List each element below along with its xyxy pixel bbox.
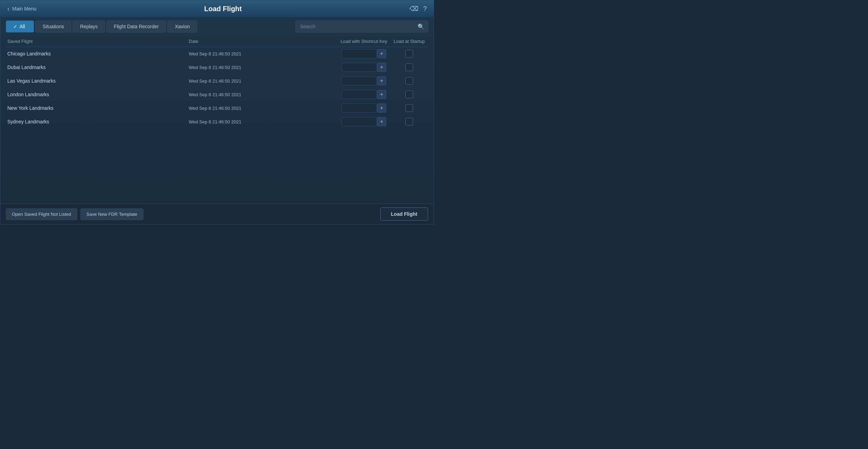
save-fdr-button[interactable]: Save New FDR Template — [81, 208, 143, 220]
shortcut-input[interactable] — [342, 117, 376, 126]
shortcut-input[interactable] — [342, 104, 376, 113]
startup-checkbox[interactable] — [405, 104, 413, 112]
load-flight-button[interactable]: Load Flight — [380, 207, 428, 221]
header-date: Date — [189, 39, 336, 44]
row-shortcut-cell: + — [336, 90, 392, 99]
shortcut-container: + — [342, 76, 386, 85]
shortcut-container: + — [342, 104, 386, 113]
shortcut-container: + — [342, 117, 386, 126]
tab-situations[interactable]: Situations — [35, 21, 71, 32]
row-name: Chicago Landmarks — [7, 51, 189, 56]
startup-checkbox[interactable] — [405, 118, 413, 125]
tab-replays[interactable]: Replays — [73, 21, 105, 32]
shortcut-add-icon[interactable]: + — [377, 104, 386, 113]
row-startup-cell — [392, 91, 427, 98]
help-icon[interactable]: ? — [423, 5, 427, 13]
shortcut-add-icon[interactable]: + — [377, 63, 386, 72]
header-saved-flight: Saved Flight — [7, 39, 189, 44]
row-name: London Landmarks — [7, 92, 189, 97]
back-icon: ‹ — [7, 5, 9, 13]
row-name: Sydney Landmarks — [7, 119, 189, 124]
shortcut-container: + — [342, 49, 386, 58]
row-date: Wed Sep 8 21:46:50 2021 — [189, 92, 336, 97]
tab-all[interactable]: All — [6, 21, 34, 32]
shortcut-input[interactable] — [342, 76, 376, 85]
row-shortcut-cell: + — [336, 63, 392, 72]
search-wrapper: 🔍 — [295, 21, 428, 32]
table-row[interactable]: Chicago Landmarks Wed Sep 8 21:46:50 202… — [6, 47, 428, 61]
page-title: Load Flight — [36, 5, 410, 13]
table-row[interactable]: London Landmarks Wed Sep 8 21:46:50 2021… — [6, 88, 428, 101]
back-nav[interactable]: ‹ Main Menu — [7, 5, 36, 13]
header-shortcut: Load with Shortcut Key — [336, 39, 392, 44]
tab-bar: All Situations Replays Flight Data Recor… — [0, 17, 434, 36]
table-body: Chicago Landmarks Wed Sep 8 21:46:50 202… — [6, 47, 428, 204]
startup-checkbox[interactable] — [405, 63, 413, 71]
row-name: Las Vegas Landmarks — [7, 78, 189, 84]
table-row[interactable]: Sydney Landmarks Wed Sep 8 21:46:50 2021… — [6, 115, 428, 129]
shortcut-add-icon[interactable]: + — [377, 117, 386, 126]
table-row[interactable]: Dubai Landmarks Wed Sep 8 21:46:50 2021 … — [6, 61, 428, 74]
title-bar-actions: ⌫ ? — [410, 5, 427, 13]
tab-fdr[interactable]: Flight Data Recorder — [106, 21, 166, 32]
content-area: Saved Flight Date Load with Shortcut Key… — [0, 36, 434, 204]
row-shortcut-cell: + — [336, 76, 392, 85]
table-header: Saved Flight Date Load with Shortcut Key… — [6, 36, 428, 47]
settings-icon[interactable]: ⌫ — [410, 5, 418, 13]
row-name: New York Landmarks — [7, 105, 189, 111]
shortcut-add-icon[interactable]: + — [377, 90, 386, 99]
row-startup-cell — [392, 77, 427, 85]
shortcut-add-icon[interactable]: + — [377, 49, 386, 58]
shortcut-input[interactable] — [342, 90, 376, 99]
footer: Open Saved Flight Not Listed Save New FD… — [0, 204, 434, 224]
row-shortcut-cell: + — [336, 117, 392, 126]
row-startup-cell — [392, 50, 427, 58]
tab-xavion[interactable]: Xavion — [167, 21, 197, 32]
startup-checkbox[interactable] — [405, 50, 413, 58]
search-icon: 🔍 — [418, 23, 425, 30]
title-bar: ‹ Main Menu Load Flight ⌫ ? — [0, 0, 434, 17]
shortcut-input[interactable] — [342, 49, 376, 58]
open-not-listed-button[interactable]: Open Saved Flight Not Listed — [6, 208, 77, 220]
table-row[interactable]: New York Landmarks Wed Sep 8 21:46:50 20… — [6, 101, 428, 115]
row-shortcut-cell: + — [336, 104, 392, 113]
row-date: Wed Sep 8 21:46:50 2021 — [189, 119, 336, 124]
startup-checkbox[interactable] — [405, 91, 413, 98]
shortcut-add-icon[interactable]: + — [377, 76, 386, 85]
back-label: Main Menu — [12, 6, 36, 12]
row-date: Wed Sep 8 21:46:50 2021 — [189, 78, 336, 84]
table-row[interactable]: Las Vegas Landmarks Wed Sep 8 21:46:50 2… — [6, 74, 428, 88]
shortcut-container: + — [342, 63, 386, 72]
row-startup-cell — [392, 118, 427, 125]
row-name: Dubai Landmarks — [7, 64, 189, 70]
shortcut-container: + — [342, 90, 386, 99]
shortcut-input[interactable] — [342, 63, 376, 72]
main-window: ‹ Main Menu Load Flight ⌫ ? All Situatio… — [0, 0, 434, 224]
header-startup: Load at Startup — [392, 39, 427, 44]
row-date: Wed Sep 8 21:46:50 2021 — [189, 65, 336, 70]
row-shortcut-cell: + — [336, 49, 392, 58]
row-date: Wed Sep 8 21:46:50 2021 — [189, 51, 336, 56]
search-input[interactable] — [295, 21, 428, 32]
row-startup-cell — [392, 104, 427, 112]
startup-checkbox[interactable] — [405, 77, 413, 85]
row-startup-cell — [392, 63, 427, 71]
row-date: Wed Sep 8 21:46:50 2021 — [189, 106, 336, 111]
